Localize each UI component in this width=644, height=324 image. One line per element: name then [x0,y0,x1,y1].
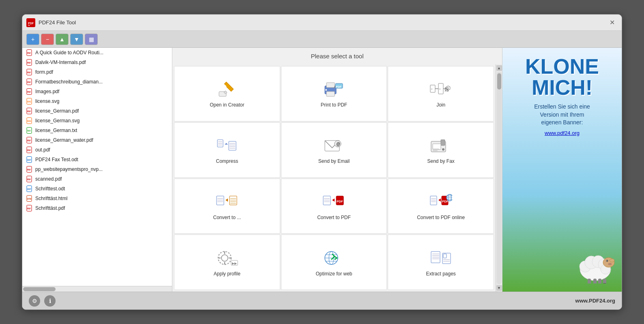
compress-icon [214,136,240,155]
list-item[interactable]: ODT PDF24 Fax Test.odt [22,155,172,164]
tool-compress[interactable]: Compress [174,122,280,178]
list-item[interactable]: PDF pp_websitepaymentspro_nvp... [22,164,172,174]
move-down-button[interactable]: ▼ [70,34,83,45]
scroll-up-arrow[interactable]: ▲ [496,65,502,71]
info-icon[interactable]: ℹ [44,295,56,307]
svg-text:SVG: SVG [27,120,31,122]
tools-scrollbar[interactable]: ▲ ▼ [496,64,502,292]
file-type-icon: ODT [26,185,33,192]
list-item[interactable]: TXT license_German.txt [22,126,172,135]
svg-marker-60 [225,143,228,145]
ad-subtitle: Erstellen Sie sich eineVersion mit Ihrem… [534,103,590,127]
svg-text:PDF: PDF [27,81,31,83]
scroll-down-arrow[interactable]: ▼ [496,285,502,291]
file-type-icon: PDF [26,88,33,95]
list-item[interactable]: PDF Images.pdf [22,87,172,96]
list-item[interactable]: PDF license_German.pdf [22,106,172,116]
file-name: Dalvik-VM-Internals.pdf [35,60,86,65]
svg-rect-73 [433,149,439,149]
scrollbar-thumb-x[interactable] [23,287,56,291]
tool-label: Convert to PDF [317,215,351,220]
svg-text:≡: ≡ [431,88,433,90]
pencil-icon [214,79,240,99]
main-area: PDF A Quick Guide to AODV Routi... PDF D… [22,48,622,292]
tool-convert-pdf[interactable]: PDFConvert to PDF [281,179,387,234]
svg-text:PDF: PDF [27,140,31,142]
tool-convert-pdf-online[interactable]: PDFConvert to PDF online [388,179,494,234]
svg-rect-123 [443,254,447,258]
tool-label: Extract pages [426,271,455,277]
settings-icon[interactable]: ⚙ [29,295,40,307]
svg-text:ODT: ODT [27,159,31,161]
tool-label: Open in Creator [210,102,244,108]
svg-rect-92 [430,196,437,205]
horizontal-scrollbar[interactable] [22,286,172,292]
svg-rect-142 [603,279,606,284]
profile-icon: ▶▶ [214,248,240,268]
file-name: A Quick Guide to AODV Routi... [35,50,103,55]
list-item[interactable]: PDF Schrifttäst.pdf [22,203,172,213]
tool-send-email[interactable]: @Send by Email [281,122,387,178]
tool-open-creator[interactable]: Open in Creator [174,66,280,122]
convertpdf-icon: PDF [321,192,347,211]
tool-label: Apply profile [214,271,240,277]
close-button[interactable]: ✕ [606,17,618,28]
file-type-icon: HTM [26,195,33,202]
file-type-icon: SVG [26,98,33,105]
extract-icon [428,248,454,268]
svg-marker-89 [332,198,335,202]
file-name: Formatbeschreibung_diaman... [35,79,103,85]
tool-label: Send by Fax [427,158,454,164]
list-item[interactable]: PDF license_German_water.pdf [22,135,172,145]
tools-header: Please select a tool [172,48,502,64]
list-item[interactable]: PDF out.pdf [22,145,172,155]
fax-icon [428,136,454,155]
svg-text:24: 24 [28,24,30,26]
svg-text:≡: ≡ [439,88,441,90]
tool-extract-pages[interactable]: Extract pages [388,234,494,290]
tool-send-fax[interactable]: Send by Fax [388,122,494,178]
file-type-icon: PDF [26,166,33,173]
window-title: PDF24 File Tool [39,19,606,26]
move-up-button[interactable]: ▲ [56,34,69,45]
add-file-button[interactable]: + [26,34,39,45]
list-item[interactable]: PDF scanned.pdf [22,174,172,184]
file-name: Schrifttest.odt [35,186,65,192]
scroll-thumb[interactable] [497,73,501,90]
status-url: www.PDF24.org [575,298,615,304]
tool-optimize-web[interactable]: Optimize for web [281,234,387,290]
file-list[interactable]: PDF A Quick Guide to AODV Routi... PDF D… [22,48,172,286]
svg-text:PDF: PDF [27,62,31,64]
file-name: form.pdf [35,69,53,75]
remove-file-button[interactable]: − [41,34,54,45]
tool-label: Optimize for web [316,271,352,277]
save-button[interactable]: ▦ [85,34,98,45]
svg-text:PDF: PDF [27,111,31,113]
file-name: Images.pdf [35,89,59,94]
svg-point-138 [610,264,611,264]
list-item[interactable]: HTM Schrifttäst.html [22,194,172,203]
tool-print-to-pdf[interactable]: PDFPrint to PDF [281,66,387,122]
file-type-icon: PDF [26,146,33,153]
email-icon: @ [321,136,347,155]
ad-link[interactable]: www.pdf24.org [545,130,580,136]
list-item[interactable]: PDF A Quick Guide to AODV Routi... [22,48,172,58]
tool-join[interactable]: ≡≡⬡⛓Join [388,66,494,122]
scroll-track [497,72,502,284]
list-item[interactable]: ODT Schrifttest.odt [22,184,172,194]
convertonline-icon: PDF [428,192,454,211]
print-icon: PDF [321,79,347,99]
list-item[interactable]: SVG license.svg [22,96,172,106]
file-list-panel: PDF A Quick Guide to AODV Routi... PDF D… [22,48,172,292]
list-item[interactable]: PDF form.pdf [22,67,172,77]
file-name: out.pdf [35,147,50,153]
list-item[interactable]: PDF Formatbeschreibung_diaman... [22,77,172,87]
tool-label: Print to PDF [321,102,347,108]
tool-label: Convert to PDF online [417,215,465,220]
svg-text:PDF: PDF [337,200,343,203]
tool-convert-to[interactable]: Convert to ... [174,179,280,234]
tool-apply-profile[interactable]: ▶▶Apply profile [174,234,280,290]
list-item[interactable]: PDF Dalvik-VM-Internals.pdf [22,58,172,67]
list-item[interactable]: SVG license_German.svg [22,116,172,126]
file-name: license_German.pdf [35,108,79,114]
